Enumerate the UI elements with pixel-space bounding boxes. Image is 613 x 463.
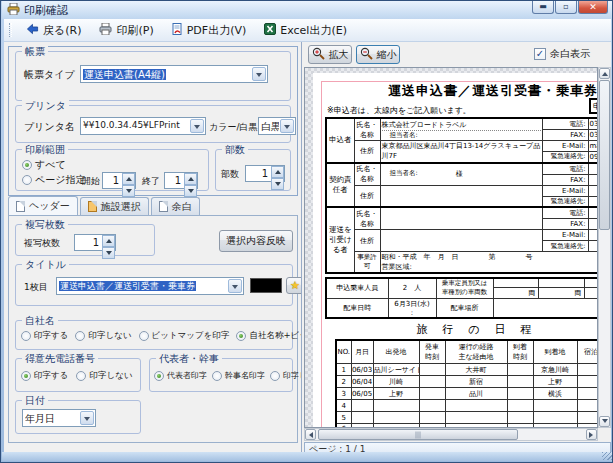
apply-selection-button[interactable]: 選択内容反映 (219, 230, 293, 252)
copies-stepper[interactable]: 1 (245, 165, 285, 182)
report-type-dropdown-button[interactable] (252, 67, 266, 81)
spin-down-icon[interactable] (102, 247, 115, 259)
end-page-stepper[interactable]: 1 (164, 172, 198, 189)
radio-icon (22, 160, 32, 170)
range-pages-radio[interactable]: ページ指定 (22, 173, 85, 187)
table-cell: 3 (336, 388, 351, 400)
tab-margin[interactable]: 余白 (151, 197, 200, 215)
close-button[interactable]: ✕ (578, 1, 608, 14)
table-cell: 新宿 (445, 376, 507, 388)
zoom-out-label: 縮小 (377, 48, 397, 62)
print-button[interactable]: 印刷(P) (91, 20, 161, 40)
color-mode-dropdown[interactable]: 白黒 (258, 117, 296, 135)
unit-label: 両 (584, 287, 598, 298)
back-button[interactable]: 戻る(R) (18, 20, 89, 40)
table-row: 配車日時 6月3日(水) : 配車場所 (326, 298, 598, 318)
applicant-name-value: 株式会社ブロードトラベル (382, 120, 541, 130)
date-format-dropdown[interactable]: 年月日 (22, 409, 96, 427)
scroll-left-button[interactable] (305, 429, 316, 440)
company-noprint-radio[interactable]: 印字しない (75, 330, 131, 342)
titlebar[interactable]: 印刷確認 ▬ ▫ ✕ (2, 1, 612, 19)
color-mode-label: カラー/白黒 (209, 121, 257, 134)
copy-count-label: 複写枚数 (24, 237, 60, 250)
applicant-info-table: 申込者 氏名・名称 株式会社ブロードトラベル 担当者名: 電話: 03- (325, 117, 598, 274)
maximize-button[interactable]: ▫ (555, 1, 577, 14)
corner-box: 申込 (589, 98, 598, 114)
vertical-scrollbar[interactable] (598, 67, 611, 428)
spin-up-icon[interactable] (102, 235, 115, 247)
end-page-value: 1 (175, 175, 181, 186)
company-bitmap-radio[interactable]: ビットマップを印字 (139, 330, 230, 342)
spin-down-icon[interactable] (184, 185, 197, 197)
table-cell (419, 412, 445, 424)
pdf-export-button[interactable]: PDF出力(V) (164, 20, 255, 40)
table-cell (507, 364, 533, 376)
phone-value (588, 207, 598, 219)
table-cell (533, 400, 577, 412)
email-label: E-Mail: (542, 141, 588, 152)
license-cell: 昭和・平成 年 月 日 第 号 営業区域: (380, 252, 598, 274)
excel-icon (264, 23, 276, 38)
color-dropdown-button[interactable] (280, 119, 294, 133)
phone-print-radio[interactable]: 印字する (21, 370, 68, 382)
title-color-swatch[interactable] (250, 278, 282, 293)
vertical-scroll-thumb[interactable] (599, 80, 610, 230)
spin-up-icon[interactable] (271, 166, 284, 178)
contact-suffix: 様 (456, 169, 463, 179)
resize-grip[interactable] (602, 452, 612, 460)
preview-viewport[interactable]: 運送申込書／運送引受書・乗車券 ※申込者は、太線内をご記入願います。 申込 申込… (304, 67, 598, 428)
scroll-right-button[interactable] (586, 429, 597, 440)
tab-header[interactable]: ヘッダー (8, 196, 78, 215)
report-type-value: 運送申込書(A4縦) (83, 69, 166, 80)
vehicle-cell (584, 278, 598, 287)
table-row: 申込乗車人員 2 人 乗車定員別又は 車種別の車両数 (326, 278, 598, 287)
range-all-radio[interactable]: すべて (22, 158, 66, 172)
spin-down-icon[interactable] (122, 185, 135, 197)
tab-margin-label: 余白 (172, 200, 192, 214)
title-dropdown[interactable]: 運送申込書／運送引受書・乗車券 (56, 277, 244, 295)
table-cell (445, 400, 507, 412)
zoom-in-button[interactable]: 拡大 (308, 45, 352, 64)
printer-icon (99, 23, 112, 38)
start-page-stepper[interactable]: 1 (102, 172, 136, 189)
title-group-label: タイトル (22, 258, 69, 272)
passengers-unit: 人 (414, 284, 421, 292)
scroll-down-button[interactable] (599, 416, 610, 427)
excel-export-button[interactable]: Excel出力(E) (256, 20, 355, 40)
spin-up-icon[interactable] (184, 173, 197, 185)
scroll-up-button[interactable] (599, 68, 610, 79)
spin-up-icon[interactable] (122, 173, 135, 185)
table-cell: 京急川崎 (533, 364, 577, 376)
zoom-out-button[interactable]: 縮小 (356, 45, 400, 64)
report-type-dropdown[interactable]: 運送申込書(A4縦) (80, 65, 268, 83)
rep-print-radio[interactable]: 代表者印字 (154, 370, 207, 381)
horizontal-scrollbar[interactable] (304, 428, 598, 441)
emergency-label: 緊急連絡先: (542, 241, 588, 252)
printer-dropdown-button[interactable] (190, 119, 204, 133)
carrier-address-value (380, 230, 542, 252)
email-label: E-Mail: (542, 185, 588, 196)
horizontal-scroll-thumb[interactable] (318, 429, 518, 440)
phone-label: 電話: (542, 207, 588, 219)
printer-name-dropdown[interactable]: ¥¥10.0.34.45¥LFPrint (80, 117, 206, 135)
phone-noprint-radio[interactable]: 印字しない (76, 370, 132, 382)
report-group: 帳票 帳票タイプ 運送申込書(A4縦) (15, 51, 291, 101)
chevron-down-icon (284, 125, 290, 132)
tab-facility-select[interactable]: 施設選択 (80, 197, 149, 215)
spin-down-icon[interactable] (271, 178, 284, 190)
copy-count-stepper[interactable]: 1 (74, 234, 116, 251)
print-range-group-label: 印刷範囲 (22, 143, 68, 157)
title-dropdown-button[interactable] (228, 279, 242, 293)
minimize-button[interactable]: ▬ (532, 1, 554, 14)
vehicle-info-table: 申込乗車人員 2 人 乗車定員別又は 車種別の車両数 両 (325, 277, 598, 319)
secretary-print-radio[interactable]: 幹事名印字 (212, 370, 265, 381)
fax-value (588, 219, 598, 230)
show-margin-checkbox[interactable]: ✓ 余白表示 (534, 47, 590, 61)
table-cell: 品川シーサイド (373, 364, 419, 376)
table-row: 206/04川崎新宿上野 (336, 376, 598, 388)
company-print-radio[interactable]: 印字する (21, 330, 68, 342)
emergency-label: 緊急連絡先: (542, 152, 588, 163)
date-dropdown-button[interactable] (80, 411, 94, 425)
license-era: 昭和・平成 年 月 日 (382, 252, 459, 262)
license-area: 営業区域: (382, 262, 599, 272)
